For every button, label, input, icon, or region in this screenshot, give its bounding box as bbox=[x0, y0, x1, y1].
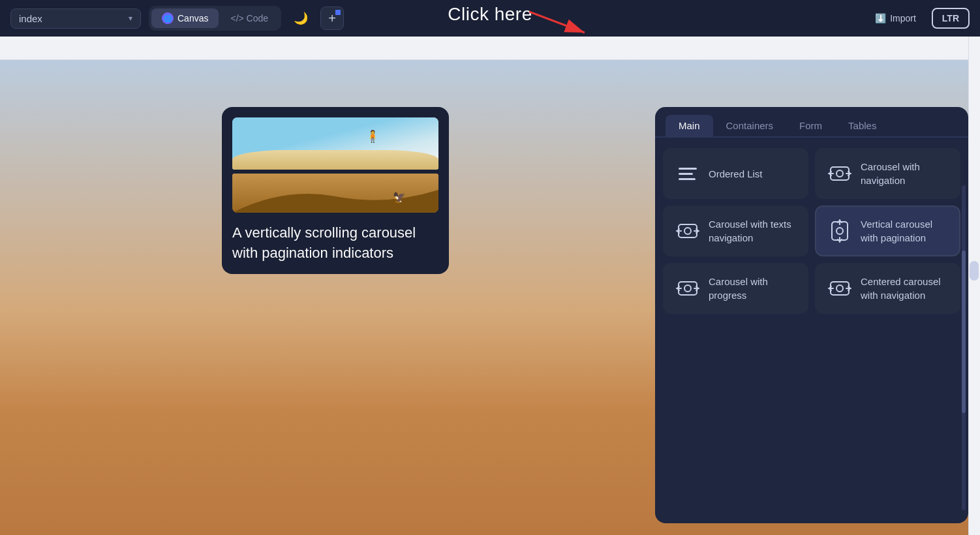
page-name: index bbox=[19, 13, 123, 24]
dark-mode-button[interactable]: 🌙 bbox=[289, 7, 313, 30]
page-selector-chevron-icon: ▾ bbox=[129, 14, 132, 23]
component-grid: Ordered List Carousel with navigation bbox=[655, 140, 968, 322]
topbar: Click here index ▾ 🌐 Canvas </> Code 🌙 + bbox=[0, 0, 980, 37]
ltr-button[interactable]: LTR bbox=[932, 8, 970, 29]
canvas-mode-button[interactable]: 🌐 Canvas bbox=[151, 8, 219, 28]
right-edge-bar bbox=[968, 37, 980, 535]
topbar-right: ⬇️ Import LTR bbox=[866, 8, 970, 29]
component-item-ordered-list[interactable]: Ordered List bbox=[663, 148, 808, 199]
panel-scrollbar-thumb[interactable] bbox=[962, 251, 966, 413]
canvas-header-bar bbox=[0, 37, 980, 60]
globe-icon: 🌐 bbox=[162, 12, 174, 24]
code-mode-button[interactable]: </> Code bbox=[220, 8, 279, 28]
carousel-texts-navigation-icon bbox=[675, 218, 701, 244]
preview-image-bottom: 🦅 bbox=[232, 174, 438, 213]
preview-description: A vertically scrolling carousel with pag… bbox=[232, 223, 438, 264]
notification-dot bbox=[335, 10, 341, 15]
download-icon: ⬇️ bbox=[875, 13, 886, 23]
tab-containers[interactable]: Containers bbox=[713, 115, 787, 136]
svg-point-19 bbox=[836, 285, 843, 292]
add-component-button[interactable]: + bbox=[320, 7, 344, 30]
component-label-ordered-list: Ordered List bbox=[709, 167, 763, 181]
panel-scrollbar[interactable] bbox=[962, 185, 966, 510]
tab-main[interactable]: Main bbox=[666, 115, 713, 136]
panel-tabs: Main Containers Form Tables bbox=[655, 107, 968, 137]
carousel-navigation-icon bbox=[827, 160, 853, 187]
svg-point-15 bbox=[684, 285, 691, 292]
component-item-carousel-navigation[interactable]: Carousel with navigation bbox=[815, 148, 960, 199]
tab-tables[interactable]: Tables bbox=[835, 115, 889, 136]
click-here-annotation: Click here bbox=[448, 4, 532, 25]
svg-point-11 bbox=[836, 228, 843, 234]
component-item-carousel-progress[interactable]: Carousel with progress bbox=[663, 263, 808, 314]
main-canvas-area: 🧍 🦅 A vertically scrolling carousel with… bbox=[0, 37, 980, 535]
import-button[interactable]: ⬇️ Import bbox=[866, 9, 925, 27]
vertical-carousel-icon bbox=[827, 218, 853, 244]
carousel-progress-icon bbox=[675, 275, 701, 301]
component-label-carousel-progress: Carousel with progress bbox=[709, 275, 797, 302]
preview-images: 🧍 🦅 bbox=[232, 117, 438, 213]
component-item-vertical-carousel[interactable]: Vertical carousel with pagination bbox=[815, 206, 960, 256]
preview-image-top: 🧍 bbox=[232, 117, 438, 170]
component-label-centered-carousel: Centered carousel with navigation bbox=[861, 275, 949, 302]
hamburger-icon bbox=[675, 160, 701, 187]
component-item-carousel-texts-navigation[interactable]: Carousel with texts navigation bbox=[663, 206, 808, 256]
component-label-vertical-carousel: Vertical carousel with pagination bbox=[861, 217, 949, 245]
tab-form[interactable]: Form bbox=[786, 115, 835, 136]
moon-icon: 🌙 bbox=[294, 11, 308, 25]
page-selector[interactable]: index ▾ bbox=[10, 8, 141, 29]
preview-card: 🧍 🦅 A vertically scrolling carousel with… bbox=[222, 107, 449, 274]
svg-line-1 bbox=[529, 12, 585, 33]
centered-carousel-icon bbox=[827, 275, 853, 301]
component-panel: Main Containers Form Tables bbox=[655, 107, 968, 523]
scroll-handle[interactable] bbox=[970, 261, 979, 281]
svg-point-3 bbox=[836, 170, 843, 177]
component-label-carousel-texts-navigation: Carousel with texts navigation bbox=[709, 217, 797, 245]
component-item-centered-carousel[interactable]: Centered carousel with navigation bbox=[815, 263, 960, 314]
svg-point-7 bbox=[684, 228, 691, 234]
component-label-carousel-navigation: Carousel with navigation bbox=[861, 160, 949, 187]
mode-toggle: 🌐 Canvas </> Code bbox=[149, 6, 281, 31]
